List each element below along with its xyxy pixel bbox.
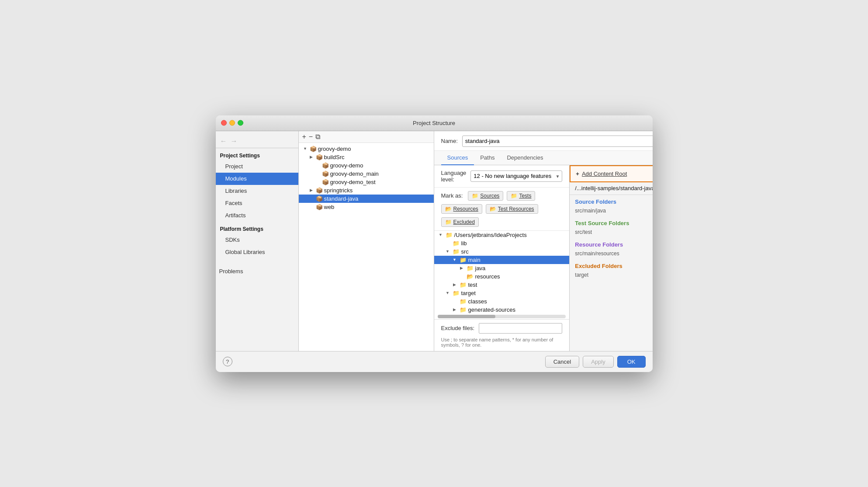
- lib-folder-icon: 📁: [453, 240, 460, 247]
- test-folder-icon: 📁: [460, 282, 467, 288]
- test-source-folders-section: Test Source Folders src/test ✎ ✕: [570, 216, 652, 238]
- tree-item-web[interactable]: 📦 web: [299, 203, 434, 211]
- dialog-body: ← → Project Settings Project Modules Lib…: [216, 131, 653, 351]
- lang-level-select-wrapper: 12 - No new language features ▼: [470, 170, 562, 182]
- tree-item-groovy-demo-root[interactable]: ▼ 📦 groovy-demo: [299, 145, 434, 153]
- sidebar-item-sdks[interactable]: SDKs: [216, 234, 298, 246]
- cancel-button[interactable]: Cancel: [545, 356, 579, 368]
- horizontal-scrollbar[interactable]: [438, 315, 566, 318]
- sidebar-item-project[interactable]: Project: [216, 160, 298, 173]
- exclude-row: Exclude files:: [434, 319, 570, 337]
- tab-paths[interactable]: Paths: [474, 151, 501, 165]
- file-tree-item-java[interactable]: ▶ 📁 java: [434, 264, 570, 272]
- scrollbar-thumb: [438, 315, 495, 318]
- nav-arrows: ← →: [216, 135, 298, 148]
- mark-excluded-label: Excluded: [453, 219, 475, 225]
- platform-settings-header: Platform Settings: [216, 222, 298, 234]
- mark-as-resources-button[interactable]: 📂 Resources: [441, 204, 482, 214]
- tree-item-groovy-demo-test[interactable]: 📦 groovy-demo_test: [299, 178, 434, 186]
- module-icon: 📦: [310, 146, 317, 152]
- footer-left: ?: [223, 357, 542, 366]
- tree-item-groovy-demo-main[interactable]: 📦 groovy-demo_main: [299, 170, 434, 178]
- sidebar-item-modules[interactable]: Modules: [216, 173, 298, 185]
- excluded-folder-icon: 📁: [445, 219, 452, 225]
- module-icon: 📦: [316, 154, 323, 160]
- close-button[interactable]: [221, 120, 227, 126]
- module-tree: ▼ 📦 groovy-demo ▶ 📦 buildSrc 📦 groovy-de…: [299, 143, 434, 351]
- add-content-root-button[interactable]: + Add Content Root: [570, 165, 652, 182]
- main-content: Name: Sources Paths Dependencies Languag…: [434, 131, 653, 351]
- mark-as-excluded-button[interactable]: 📁 Excluded: [441, 217, 479, 227]
- resource-folders-section: Resource Folders src/main/resources ✎ ✕: [570, 238, 652, 259]
- remove-module-button[interactable]: −: [309, 133, 313, 140]
- add-module-button[interactable]: +: [302, 133, 306, 140]
- test-source-folder-path: src/test: [575, 229, 652, 235]
- excluded-folder-path: target: [575, 272, 652, 278]
- main-folder-icon: 📁: [460, 257, 467, 263]
- file-tree-item-root[interactable]: ▼ 📁 /Users/jetbrains/IdeaProjects: [434, 231, 570, 239]
- mark-as-sources-button[interactable]: 📁 Sources: [468, 191, 503, 201]
- project-settings-header: Project Settings: [216, 148, 298, 160]
- exclude-label: Exclude files:: [441, 325, 475, 331]
- file-tree-item-resources[interactable]: 📂 resources: [434, 272, 570, 281]
- file-tree-item-test[interactable]: ▶ 📁 test: [434, 281, 570, 289]
- lang-level-select[interactable]: 12 - No new language features: [470, 170, 562, 182]
- module-icon: 📦: [322, 179, 329, 185]
- content-root-header: /...intellij-samples/standard-java ✕: [570, 182, 652, 195]
- ok-button[interactable]: OK: [617, 356, 646, 368]
- excluded-folders-section: Excluded Folders target ✎ ✕: [570, 259, 652, 281]
- tab-sources[interactable]: Sources: [441, 151, 474, 165]
- tree-toolbar: + − ⧉: [299, 131, 434, 143]
- minimize-button[interactable]: [229, 120, 235, 126]
- module-icon: 📦: [316, 187, 323, 194]
- sources-left: Language level: 12 - No new language fea…: [434, 165, 570, 351]
- content-root-path: /...intellij-samples/standard-java: [575, 185, 652, 191]
- sidebar: ← → Project Settings Project Modules Lib…: [216, 131, 299, 351]
- file-tree-item-main[interactable]: ▼ 📁 main: [434, 256, 570, 264]
- apply-button[interactable]: Apply: [583, 356, 614, 368]
- test-resources-folder-icon: 📂: [490, 206, 496, 212]
- sidebar-item-libraries[interactable]: Libraries: [216, 185, 298, 197]
- forward-arrow[interactable]: →: [231, 137, 238, 145]
- exclude-input[interactable]: [479, 323, 562, 334]
- mark-as-test-resources-button[interactable]: 📂 Test Resources: [486, 204, 538, 214]
- back-arrow[interactable]: ←: [220, 137, 227, 145]
- help-button[interactable]: ?: [223, 357, 232, 366]
- file-tree-item-classes[interactable]: 📁 classes: [434, 297, 570, 306]
- sidebar-item-artifacts[interactable]: Artifacts: [216, 209, 298, 222]
- module-icon: 📦: [316, 204, 323, 210]
- resource-folder-entry-0: src/main/resources ✎ ✕: [575, 250, 652, 257]
- tree-item-buildsrc[interactable]: ▶ 📦 buildSrc: [299, 153, 434, 161]
- source-folder-entry-0: src/main/java ✎ ✕: [575, 207, 652, 215]
- sidebar-item-global-libraries[interactable]: Global Libraries: [216, 246, 298, 258]
- maximize-button[interactable]: [238, 120, 243, 126]
- content-area: Language level: 12 - No new language fea…: [434, 165, 653, 351]
- file-tree-item-src[interactable]: ▼ 📁 src: [434, 247, 570, 256]
- name-row: Name:: [434, 131, 653, 151]
- test-source-folders-title: Test Source Folders: [575, 220, 652, 226]
- test-source-folder-entry-0: src/test ✎ ✕: [575, 228, 652, 236]
- tree-item-groovy-demo-child[interactable]: 📦 groovy-demo: [299, 161, 434, 170]
- resource-folders-title: Resource Folders: [575, 241, 652, 248]
- resources-folder-icon2: 📂: [467, 273, 474, 280]
- tab-dependencies[interactable]: Dependencies: [501, 151, 549, 165]
- copy-module-button[interactable]: ⧉: [315, 133, 320, 140]
- sidebar-item-problems[interactable]: Problems: [216, 265, 298, 278]
- file-tree: ▼ 📁 /Users/jetbrains/IdeaProjects 📁 lib: [434, 231, 570, 314]
- project-structure-dialog: Project Structure ← → Project Settings P…: [216, 115, 653, 372]
- file-tree-item-lib[interactable]: 📁 lib: [434, 239, 570, 247]
- exclude-hint: Use ; to separate name patterns, * for a…: [434, 337, 570, 351]
- mark-as-row: Mark as: 📁 Sources 📁 Tests 📂 Resources: [434, 188, 570, 231]
- tree-item-standard-java[interactable]: 📦 standard-java: [299, 195, 434, 203]
- dialog-title: Project Structure: [413, 120, 455, 126]
- name-input[interactable]: [462, 136, 653, 147]
- module-icon: 📦: [322, 162, 329, 169]
- file-tree-item-target[interactable]: ▼ 📁 target: [434, 289, 570, 297]
- sidebar-item-facets[interactable]: Facets: [216, 197, 298, 209]
- mark-tests-label: Tests: [519, 193, 531, 199]
- mark-as-tests-button[interactable]: 📁 Tests: [507, 191, 535, 201]
- tree-item-springtricks[interactable]: ▶ 📦 springtricks: [299, 186, 434, 195]
- file-tree-item-generated-sources[interactable]: ▶ 📁 generated-sources: [434, 306, 570, 314]
- traffic-lights: [221, 120, 243, 126]
- mark-test-resources-label: Test Resources: [498, 206, 534, 212]
